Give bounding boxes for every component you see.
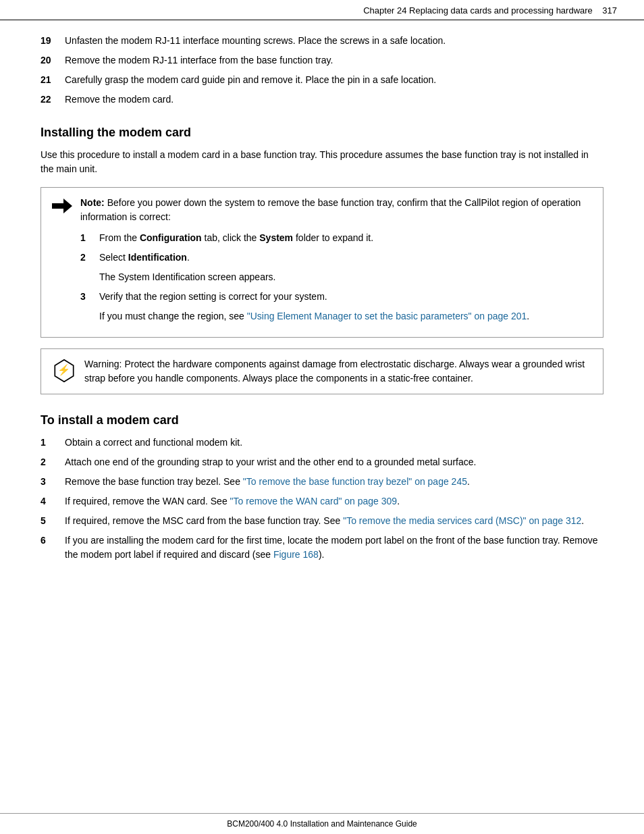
warning-esd-icon: ⚡ <box>52 357 76 383</box>
note-step-3: 3 Verify that the region setting is corr… <box>80 290 592 304</box>
main-content: 19 Unfasten the modem RJ-11 interface mo… <box>0 20 644 600</box>
install-step-2: 2 Attach one end of the grounding strap … <box>41 455 603 469</box>
install-step-4: 4 If required, remove the WAN card. See … <box>41 494 603 509</box>
note-step-3-sub: If you must change the region, see "Usin… <box>80 309 592 323</box>
page-header: Chapter 24 Replacing data cards and proc… <box>0 0 644 20</box>
svg-text:⚡: ⚡ <box>58 363 72 376</box>
svg-marker-0 <box>52 199 72 213</box>
step-20: 20 Remove the modem RJ-11 interface from… <box>41 53 603 68</box>
note-step-1: 1 From the Configuration tab, click the … <box>80 231 592 245</box>
step-22: 22 Remove the modem card. <box>41 93 603 107</box>
header-chapter: Chapter 24 Replacing data cards and proc… <box>363 5 593 16</box>
install-step-3: 3 Remove the base function tray bezel. S… <box>41 475 603 489</box>
install-step-1: 1 Obtain a correct and functional modem … <box>41 436 603 450</box>
note-steps-list: 1 From the Configuration tab, click the … <box>80 231 592 323</box>
step-19: 19 Unfasten the modem RJ-11 interface mo… <box>41 34 603 48</box>
install-step-5: 5 If required, remove the MSC card from … <box>41 514 603 528</box>
warning-label: Warning: <box>84 359 122 369</box>
warning-box: ⚡ Warning: Protect the hardware componen… <box>41 348 603 394</box>
section2-heading: To install a modem card <box>41 413 603 427</box>
figure168-link[interactable]: Figure 168 <box>273 549 319 560</box>
warning-text: Protect the hardware components against … <box>84 359 585 384</box>
note-label: Note: <box>80 197 105 208</box>
install-steps: 1 Obtain a correct and functional modem … <box>41 436 603 562</box>
note-step-2-sub: The System Identification screen appears… <box>80 270 592 284</box>
note-step-2: 2 Select Identification. <box>80 251 592 265</box>
element-manager-link[interactable]: "Using Element Manager to set the basic … <box>247 311 527 321</box>
step-21: 21 Carefully grasp the modem card guide … <box>41 73 603 87</box>
note-content: Note: Before you power down the system t… <box>80 196 592 329</box>
chapter-title: Chapter 24 Replacing data cards and proc… <box>363 5 617 16</box>
page-footer: BCM200/400 4.0 Installation and Maintena… <box>0 813 644 834</box>
section1-intro: Use this procedure to install a modem ca… <box>41 148 603 176</box>
page-number: 317 <box>602 5 617 16</box>
note-text: Before you power down the system to remo… <box>80 197 581 222</box>
note-arrow-icon <box>52 196 72 216</box>
bezel-link[interactable]: "To remove the base function tray bezel"… <box>243 476 467 487</box>
warning-content: Warning: Protect the hardware components… <box>84 357 592 386</box>
intro-steps: 19 Unfasten the modem RJ-11 interface mo… <box>41 34 603 107</box>
wan-card-link[interactable]: "To remove the WAN card" on page 309 <box>230 496 398 506</box>
install-step-6: 6 If you are installing the modem card f… <box>41 533 603 562</box>
section1-heading: Installing the modem card <box>41 126 603 140</box>
page: Chapter 24 Replacing data cards and proc… <box>0 0 644 834</box>
note-box: Note: Before you power down the system t… <box>41 187 603 338</box>
footer-text: BCM200/400 4.0 Installation and Maintena… <box>227 819 417 829</box>
msc-card-link[interactable]: "To remove the media services card (MSC)… <box>343 515 581 526</box>
